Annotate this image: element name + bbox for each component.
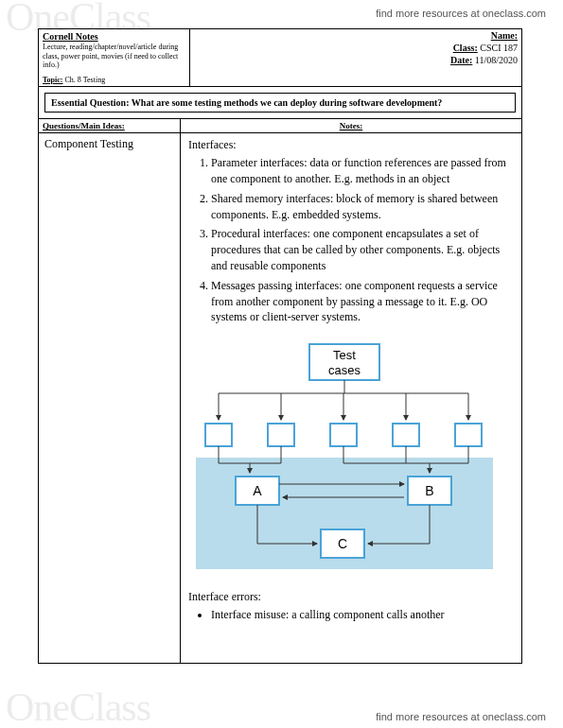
- list-item: Procedural interfaces: one component enc…: [211, 226, 514, 273]
- class-value: CSCI 187: [480, 43, 518, 53]
- topic-label: Topic:: [43, 76, 63, 84]
- svg-rect-5: [393, 424, 419, 446]
- diagram-box-b: B: [425, 483, 433, 498]
- errors-list: Interface misuse: a calling component ca…: [211, 607, 514, 623]
- main-ideas-column: Component Testing: [39, 133, 181, 663]
- notes-header: Notes:: [181, 119, 521, 132]
- cornell-subtitle: Lecture, reading/chapter/novel/article d…: [43, 43, 185, 70]
- errors-heading: Interface errors:: [188, 589, 514, 605]
- watermark-bottom: OneClass: [6, 685, 150, 728]
- content-row: Component Testing Interfaces: Parameter …: [39, 133, 521, 663]
- topic-value: Ch. 8 Testing: [65, 76, 106, 84]
- questions-header: Questions/Main Ideas:: [39, 119, 181, 132]
- date-label: Date:: [450, 55, 472, 65]
- interfaces-list: Parameter interfaces: data or function r…: [211, 155, 514, 325]
- footer-resources-link[interactable]: find more resources at oneclass.com: [376, 711, 546, 722]
- essential-question-box: Essential Question: What are some testin…: [44, 93, 516, 113]
- svg-text:cases: cases: [328, 363, 361, 377]
- diagram-box-a: A: [253, 483, 262, 498]
- diagram-test-cases-label: Test: [333, 348, 356, 362]
- date-value: 11/08/2020: [475, 55, 518, 65]
- list-item: Shared memory interfaces: block of memor…: [211, 191, 514, 223]
- name-label: Name:: [491, 30, 518, 41]
- meta-right: Name: Class: CSCI 187 Date: 11/08/2020: [190, 29, 521, 86]
- list-item: Parameter interfaces: data or function r…: [211, 155, 514, 187]
- cornell-notes-page: Cornell Notes Lecture, reading/chapter/n…: [38, 28, 522, 664]
- class-label: Class:: [453, 43, 478, 53]
- meta-left: Cornell Notes Lecture, reading/chapter/n…: [39, 29, 190, 86]
- svg-rect-6: [455, 424, 482, 446]
- meta-row: Cornell Notes Lecture, reading/chapter/n…: [39, 29, 521, 87]
- list-item: Messages passing interfaces: one compone…: [211, 278, 514, 325]
- header-resources-link[interactable]: find more resources at oneclass.com: [376, 8, 546, 19]
- column-headers: Questions/Main Ideas: Notes:: [39, 118, 521, 133]
- diagram-box-c: C: [338, 536, 347, 551]
- main-idea-text: Component Testing: [44, 137, 133, 150]
- interfaces-heading: Interfaces:: [188, 137, 514, 153]
- component-diagram: Test cases: [188, 340, 501, 577]
- svg-rect-4: [330, 424, 357, 446]
- cornell-title: Cornell Notes: [43, 31, 185, 43]
- svg-rect-3: [268, 424, 294, 446]
- svg-rect-2: [205, 424, 232, 446]
- notes-column: Interfaces: Parameter interfaces: data o…: [181, 133, 521, 663]
- list-item: Interface misuse: a calling component ca…: [211, 607, 514, 623]
